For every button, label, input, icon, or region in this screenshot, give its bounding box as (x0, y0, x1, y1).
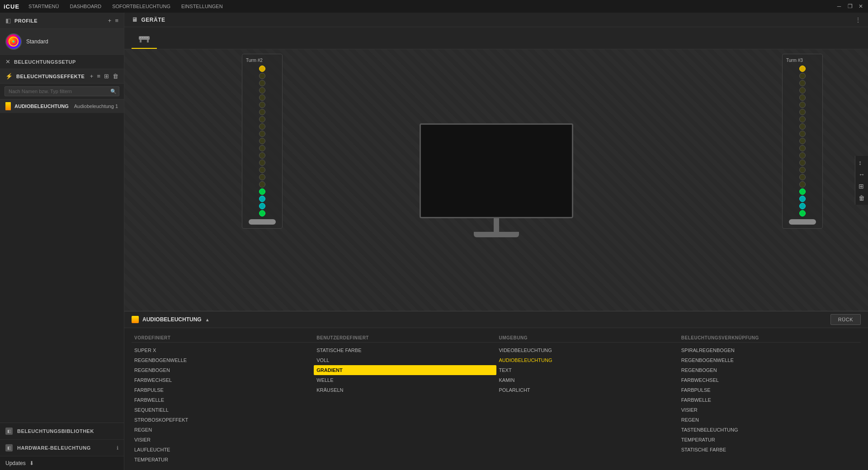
hardware-lighting-item[interactable]: ◧ HARDWARE-BELEUCHTUNG ℹ (0, 440, 124, 456)
chevron-up-icon[interactable]: ▲ (205, 317, 210, 322)
svg-rect-9 (146, 37, 148, 38)
effect-spiralregenbogen[interactable]: SPIRALREGENBOGEN (679, 345, 861, 355)
profile-title: PROFILE (14, 18, 38, 24)
effect-visier[interactable]: VISIER (132, 435, 314, 445)
effect-super-x[interactable]: SUPER X (132, 345, 314, 355)
effect-regenbogen-bv[interactable]: REGENBOGEN (679, 365, 861, 375)
effect-videobeleuchtung[interactable]: VIDEOBELEUCHTUNG (496, 345, 679, 355)
nav-dashboard[interactable]: DASHBOARD (68, 4, 104, 9)
profile-menu-icon[interactable]: ≡ (115, 17, 118, 24)
flip-vertical-tool[interactable]: ↕ (857, 158, 866, 168)
led-dot (259, 131, 265, 137)
led-dot (799, 152, 806, 159)
led-dot (799, 145, 806, 151)
main-layout: ◧ PROFILE + ≡ Standard ✕ BELEUCHTUNGSSET (0, 13, 868, 470)
effect-farbwechsel-bv[interactable]: FARBWECHSEL (679, 375, 861, 385)
effect-regen[interactable]: REGEN (132, 425, 314, 435)
effect-selector-bar: AUDIOBELEUCHTUNG ▲ RÜCK (124, 311, 868, 328)
effect-statische-farbe[interactable]: STATISCHE FARBE (314, 345, 496, 355)
effect-regenbogen[interactable]: REGENBOGEN (132, 365, 314, 375)
flip-horizontal-tool[interactable]: ↔ (857, 169, 866, 179)
effect-tastenbeleuchtung[interactable]: TASTENBELEUCHTUNG (679, 425, 861, 435)
monitor (420, 123, 573, 237)
led-dot (799, 138, 806, 144)
lighting-effects-icons: + ≡ ⊞ 🗑 (90, 73, 118, 80)
effect-regenbogenwelle-bv[interactable]: REGENBOGENWELLE (679, 355, 861, 365)
effect-laufleuchte[interactable]: LAUFLEUCHTE (132, 445, 314, 455)
profile-item[interactable]: Standard (0, 29, 124, 55)
effect-label: AUDIOBELEUCHTUNG (14, 103, 69, 109)
effect-temperatur-bv[interactable]: TEMPERATUR (679, 435, 861, 445)
nav-einstellungen[interactable]: EINSTELLUNGEN (179, 4, 225, 9)
led-dot (799, 109, 806, 115)
led-dot (799, 80, 806, 86)
led-dot (799, 203, 806, 209)
effect-audiobeleuchtung-umg[interactable]: AUDIOBELEUCHTUNG (496, 355, 679, 365)
tower2-led-column (259, 66, 265, 216)
effect-column-vordefiniert: VORDEFINIERT SUPER X REGENBOGENWELLE REG… (132, 334, 314, 465)
bottom-panel: AUDIOBELEUCHTUNG ▲ RÜCK VORDEFINIERT SUP… (124, 311, 868, 470)
led-dot (259, 73, 265, 79)
effect-statische-farbe-bv[interactable]: STATISCHE FARBE (679, 445, 861, 455)
effect-text[interactable]: TEXT (496, 365, 679, 375)
delete-tool[interactable]: 🗑 (857, 193, 866, 203)
effect-krauseln[interactable]: KRÄUSELN (314, 385, 496, 395)
effect-temperatur-vdef[interactable]: TEMPERATUR (132, 455, 314, 465)
back-button[interactable]: RÜCK (830, 314, 861, 325)
lighting-effects-menu-icon[interactable]: ≡ (97, 73, 100, 80)
col-header-3: BELEUCHTUNGSVERKNÜPFUNG (679, 334, 861, 343)
close-button[interactable]: ✕ (857, 3, 864, 9)
effect-farbwelle[interactable]: FARBWELLE (132, 395, 314, 405)
device-tab-0[interactable] (132, 27, 157, 49)
effect-sequentiell[interactable]: SEQUENTIELL (132, 405, 314, 415)
delete-icon[interactable]: 🗑 (113, 73, 118, 80)
copy-icon[interactable]: ⊞ (104, 73, 109, 80)
effect-grid: VORDEFINIERT SUPER X REGENBOGENWELLE REG… (124, 328, 868, 470)
lighting-effects-add-icon[interactable]: + (90, 73, 94, 80)
search-input[interactable] (5, 86, 119, 96)
effect-voll[interactable]: VOLL (314, 355, 496, 365)
devices-menu-icon[interactable]: ⋮ (855, 17, 861, 23)
led-dot (259, 181, 265, 188)
monitor-screen (420, 123, 573, 218)
led-dot (259, 80, 265, 86)
svg-rect-4 (140, 40, 142, 42)
effect-farbwechsel[interactable]: FARBWECHSEL (132, 375, 314, 385)
effect-farbwelle-bv[interactable]: FARBWELLE (679, 395, 861, 405)
led-dot (799, 210, 806, 216)
tower2-label: Turm #2 (246, 58, 263, 63)
lighting-library-item[interactable]: ◧ BELEUCHTUNGSBIBLIOTHEK (0, 423, 124, 440)
led-dot (259, 109, 265, 115)
led-dot (259, 174, 265, 180)
effect-regenbogenwelle[interactable]: REGENBOGENWELLE (132, 355, 314, 365)
effect-kamin[interactable]: KAMIN (496, 375, 679, 385)
maximize-button[interactable]: ❐ (846, 3, 854, 9)
effect-farbpulse[interactable]: FARBPULSE (132, 385, 314, 395)
effect-selector-name: AUDIOBELEUCHTUNG (142, 316, 202, 323)
effect-visier-bv[interactable]: VISIER (679, 405, 861, 415)
effect-column-umgebung: UMGEBUNG VIDEOBELEUCHTUNG AUDIOBELEUCHTU… (496, 334, 679, 465)
effect-welle[interactable]: WELLE (314, 375, 496, 385)
lighting-effects-title: BELEUCHTUNGSEFFEKTE (16, 74, 85, 79)
led-dot (799, 87, 806, 94)
effect-farbpulse-bv[interactable]: FARBPULSE (679, 385, 861, 395)
effect-regen-bv[interactable]: REGEN (679, 415, 861, 425)
tower3-base (789, 219, 816, 225)
devices-title-text: GERÄTE (142, 17, 165, 23)
hardware-label: HARDWARE-BELEUCHTUNG (17, 445, 91, 451)
tower3-led-column (799, 66, 806, 216)
effect-list-item[interactable]: AUDIOBELEUCHTUNG Audiobeleuchtung 1 (0, 99, 124, 113)
effect-polarlicht[interactable]: POLARLICHT (496, 385, 679, 395)
minimize-button[interactable]: ─ (835, 3, 843, 9)
grid-tool[interactable]: ⊞ (857, 181, 866, 191)
updates-bar[interactable]: Updates ⬇ (0, 456, 124, 470)
nav-startmenu[interactable]: STARTMENÜ (27, 4, 61, 9)
titlebar-left: iCUE STARTMENÜ DASHBOARD SOFORTBELEUCHTU… (4, 3, 225, 10)
devices-icon: 🖥 (132, 16, 138, 23)
profile-add-icon[interactable]: + (108, 17, 112, 24)
lighting-setup-icon: ✕ (5, 58, 10, 65)
download-icon: ⬇ (29, 460, 34, 466)
effect-stroboskopeffekt[interactable]: STROBOSKOPEFFEKT (132, 415, 314, 425)
nav-sofortbeleuchtung[interactable]: SOFORTBELEUCHTUNG (110, 4, 172, 9)
effect-gradient[interactable]: GRADIENT (314, 365, 496, 375)
